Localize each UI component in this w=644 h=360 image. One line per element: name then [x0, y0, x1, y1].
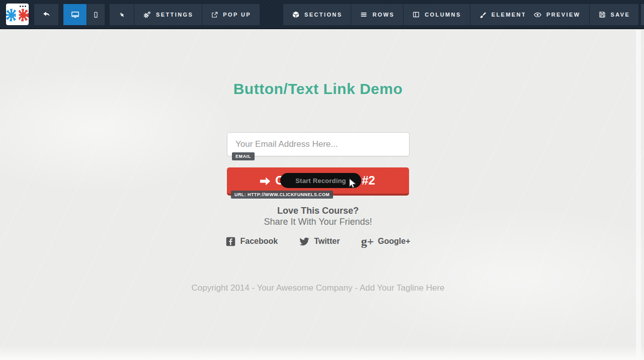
- clickfunnels-logo[interactable]: [6, 4, 29, 25]
- rows-button[interactable]: ROWS: [351, 4, 403, 25]
- sections-cube-icon: [292, 11, 300, 19]
- logo-window-dots: [20, 6, 26, 7]
- plug-icon: [118, 11, 126, 19]
- mobile-icon: [92, 11, 100, 19]
- page-canvas: Button/Text Link Demo EMAIL C Start Reco…: [0, 30, 644, 360]
- rows-icon: [360, 11, 368, 19]
- external-link-icon: [211, 11, 218, 19]
- googleplus-icon: g+: [361, 236, 374, 246]
- email-type-badge: EMAIL: [232, 152, 255, 160]
- settings-button[interactable]: SETTINGS: [134, 4, 202, 25]
- share-heading: Love This Course?: [0, 206, 636, 216]
- mouse-cursor: [346, 177, 358, 189]
- twitter-icon: [299, 236, 310, 247]
- desktop-icon: [70, 10, 80, 20]
- eye-icon: [533, 11, 542, 19]
- editor-toolbar: SETTINGS POP UP SECTIONS: [0, 0, 644, 29]
- sections-label: SECTIONS: [304, 12, 342, 18]
- toolbar-overflow-button[interactable]: [641, 4, 644, 25]
- facebook-link[interactable]: Facebook: [225, 236, 278, 247]
- rows-label: ROWS: [372, 12, 394, 18]
- twitter-link[interactable]: Twitter: [299, 236, 340, 247]
- twitter-label: Twitter: [314, 237, 340, 246]
- brush-icon: [479, 11, 487, 19]
- preview-label: PREVIEW: [546, 12, 581, 18]
- undo-button[interactable]: [34, 4, 58, 25]
- sections-button[interactable]: SECTIONS: [283, 4, 351, 25]
- social-links-row: Facebook Twitter g+ Google+: [0, 236, 636, 247]
- share-subheading: Share It With Your Friends!: [0, 217, 636, 227]
- save-button[interactable]: SAVE: [589, 4, 639, 25]
- undo-icon: [42, 10, 51, 19]
- facebook-icon: [225, 236, 236, 247]
- mobile-view-button[interactable]: [87, 4, 105, 25]
- save-floppy-icon: [598, 11, 606, 19]
- settings-label: SETTINGS: [156, 12, 193, 18]
- googleplus-label: Google+: [378, 237, 410, 246]
- facebook-label: Facebook: [240, 237, 278, 246]
- gears-icon: [143, 11, 151, 19]
- columns-button[interactable]: COLUMNS: [403, 4, 469, 25]
- preview-button[interactable]: PREVIEW: [525, 4, 589, 25]
- googleplus-link[interactable]: g+ Google+: [361, 236, 410, 247]
- cta-text-fragment-right: #2: [362, 173, 375, 188]
- page-title: Button/Text Link Demo: [0, 80, 636, 98]
- save-label: SAVE: [611, 12, 630, 18]
- right-arrow-icon: [258, 174, 272, 188]
- integrations-button[interactable]: [110, 4, 134, 25]
- columns-label: COLUMNS: [425, 12, 461, 18]
- popup-label: POP UP: [223, 12, 251, 18]
- footer-copyright: Copyright 2014 - Your Awesome Company - …: [0, 283, 636, 293]
- desktop-view-button[interactable]: [63, 4, 87, 25]
- columns-icon: [412, 11, 420, 19]
- popup-button[interactable]: POP UP: [202, 4, 260, 25]
- cta-url-badge: URL: HTTP://WWW.CLICKFUNNELS.COM: [231, 191, 333, 199]
- scrollbar-track[interactable]: [636, 30, 641, 360]
